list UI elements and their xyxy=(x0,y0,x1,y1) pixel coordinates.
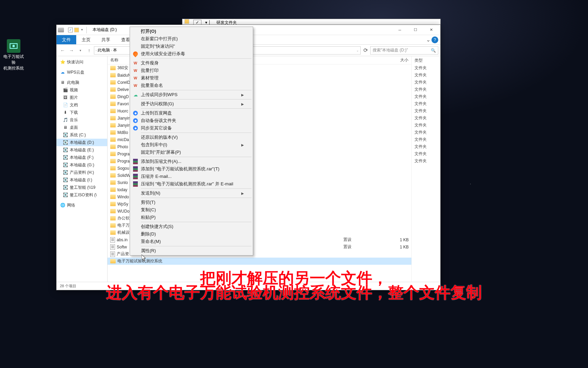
cloud-icon: ☁ xyxy=(60,70,65,75)
type-cell: 文件夹 xyxy=(412,79,440,86)
close-button[interactable]: ✕ xyxy=(423,25,439,35)
navigation-pane: ⭐快速访问 ☁WPS云盘 🖥此电脑 🎬视频 🖼图片 📄文档 ⬇下载 🎵音乐 🖥桌… xyxy=(56,56,108,282)
nav-network[interactable]: 🌐网络 xyxy=(56,201,107,209)
nav-this-pc[interactable]: 🖥此电脑 xyxy=(56,79,107,86)
rar-icon xyxy=(133,166,138,172)
menu-create-shortcut[interactable]: 创建快捷方式(S) xyxy=(131,223,252,230)
file-name: CorelD xyxy=(117,80,130,85)
menu-rar-named-email[interactable]: 压缩到 "电子万能试验机测控系统.rar" 并 E-mail xyxy=(131,180,252,188)
folder-row[interactable]: 电子万能试验机测控系统 xyxy=(108,258,411,265)
menu-send-to[interactable]: 发送到(N)▶ xyxy=(131,189,252,197)
nav-wps-cloud[interactable]: ☁WPS云盘 xyxy=(56,68,107,76)
menu-rar-add-named[interactable]: 添加到 "电子万能试验机测控系统.rar"(T) xyxy=(131,165,252,173)
address-dropdown-icon[interactable]: ⌄ xyxy=(356,49,359,52)
file-name: 电子万能试验机测控系统 xyxy=(117,258,162,264)
pictures-icon: 🖼 xyxy=(63,95,68,100)
shortcut-label: 电子万能试验 机测控系统 xyxy=(2,54,26,71)
menu-cut[interactable]: 剪切(T) xyxy=(131,199,252,206)
desktop-shortcut[interactable]: 电子万能试验 机测控系统 xyxy=(2,39,26,71)
minimize-button[interactable]: ─ xyxy=(392,25,408,35)
menu-pin-start[interactable]: 固定到"开始"屏幕(P) xyxy=(131,149,252,156)
menu-paste[interactable]: 粘贴(P) xyxy=(131,214,252,221)
menu-baidu-sync[interactable]: ◆同步至其它设备 xyxy=(131,124,252,132)
qat-checkbox-icon[interactable]: ✓ xyxy=(68,28,73,32)
nav-docs[interactable]: 📄文档 xyxy=(56,101,107,109)
up-button[interactable]: ↑ xyxy=(85,46,93,55)
docs-icon: 📄 xyxy=(63,102,68,108)
back-button[interactable]: ← xyxy=(59,46,67,55)
menu-open-new-window[interactable]: 在新窗口中打开(E) xyxy=(131,35,252,43)
menu-properties[interactable]: 属性(R) xyxy=(131,247,252,255)
menu-pin-quick-access[interactable]: 固定到"快速访问" xyxy=(131,43,252,50)
forward-button[interactable]: → xyxy=(67,46,76,55)
tab-file[interactable]: 文件 xyxy=(56,35,76,44)
refresh-button[interactable]: ⟳ xyxy=(361,46,370,55)
nav-pictures[interactable]: 🖼图片 xyxy=(56,94,107,101)
menu-wps-batch-print[interactable]: W批量打印 xyxy=(131,67,252,74)
nav-downloads[interactable]: ⬇下载 xyxy=(56,109,107,116)
file-name: MdBo xyxy=(117,130,128,135)
type-cell: 文件夹 xyxy=(412,86,440,93)
baidu-icon: ◆ xyxy=(133,118,138,123)
search-input[interactable]: 搜索"本地磁盘 (D:)" 🔍 xyxy=(370,46,438,55)
menu-include-library[interactable]: 包含到库中(I)▶ xyxy=(131,141,252,149)
menu-baidu-upload[interactable]: ◆上传到百度网盘 xyxy=(131,109,252,117)
menu-delete[interactable]: 删除(D) xyxy=(131,230,252,238)
drive-icon xyxy=(58,28,64,32)
menu-wps-assets[interactable]: W素材管理 xyxy=(131,74,252,82)
nav-drive-e[interactable]: 💽本地磁盘 (E:) xyxy=(56,146,107,154)
breadcrumb-seg[interactable]: 本 xyxy=(113,47,117,53)
maximize-button[interactable]: ☐ xyxy=(408,25,423,35)
cloud-icon: ☁ xyxy=(133,92,138,97)
nav-drive-g[interactable]: 💽本地磁盘 (G:) xyxy=(56,161,107,169)
tab-home[interactable]: 主页 xyxy=(76,35,96,44)
menu-rar-email[interactable]: 压缩并 E-mail... xyxy=(131,173,252,180)
breadcrumb-seg[interactable]: 此电脑 xyxy=(98,47,110,53)
folder-icon xyxy=(110,202,116,206)
menu-wps-batch-rename[interactable]: W批量重命名 xyxy=(131,82,252,89)
menu-grant-access[interactable]: 授予访问权限(G)▶ xyxy=(131,100,252,108)
type-cell: 文件夹 xyxy=(412,157,440,165)
folder-icon xyxy=(110,130,116,135)
nav-music[interactable]: 🎵音乐 xyxy=(56,116,107,124)
submenu-arrow-icon: ▶ xyxy=(241,191,244,195)
menu-copy[interactable]: 复制(C) xyxy=(131,206,252,214)
menu-wps-slim[interactable]: W文件瘦身 xyxy=(131,59,252,67)
qat-dropdown-icon[interactable]: ▼ xyxy=(80,28,84,32)
menu-wps-sync[interactable]: ☁上传或同步到WPS▶ xyxy=(131,91,252,98)
folder-icon xyxy=(110,73,116,77)
tab-share[interactable]: 共享 xyxy=(96,35,116,44)
nav-network-1[interactable]: 💽鳌工智能 (\\19 xyxy=(56,184,107,191)
file-name: abs.in xyxy=(117,237,128,242)
nav-network-2[interactable]: 💽鳌工ISO资料 (\ xyxy=(56,191,107,199)
file-icon xyxy=(110,237,115,243)
nav-desktop[interactable]: 🖥桌面 xyxy=(56,124,107,131)
col-type-header[interactable]: 类型 xyxy=(412,56,440,64)
menu-rename[interactable]: 重命名(M) xyxy=(131,238,252,245)
menu-rar-add[interactable]: 添加到压缩文件(A)... xyxy=(131,158,252,165)
menu-open[interactable]: 打开(O) xyxy=(131,28,252,35)
col-size[interactable]: 大小 xyxy=(384,57,411,63)
menu-baidu-backup[interactable]: ◆自动备份该文件夹 xyxy=(131,117,252,124)
nav-drive-f[interactable]: 💽本地磁盘 (F:) xyxy=(56,154,107,161)
menu-huorong-scan[interactable]: 使用火绒安全进行杀毒 xyxy=(131,50,252,58)
nav-drive-h[interactable]: 💽产品资料 (H:) xyxy=(56,169,107,176)
file-name: 电子万 xyxy=(117,223,130,228)
file-size: 1 KB xyxy=(384,245,411,249)
help-button[interactable]: ? xyxy=(431,36,438,43)
type-cell: 文件夹 xyxy=(412,143,440,150)
nav-quick-access[interactable]: ⭐快速访问 xyxy=(56,58,107,66)
nav-drive-c[interactable]: 💽系统 (C:) xyxy=(56,131,107,139)
nav-drive-d[interactable]: 💽本地磁盘 (D:) xyxy=(56,139,107,146)
pc-icon: 🖥 xyxy=(60,80,65,85)
menu-restore-versions[interactable]: 还原以前的版本(V) xyxy=(131,134,252,141)
qat-folder-icon[interactable] xyxy=(74,28,79,32)
ribbon-expand-icon[interactable]: ⌄ xyxy=(425,35,431,44)
type-cell: 文件夹 xyxy=(412,72,440,79)
video-icon: 🎬 xyxy=(63,87,68,93)
file-name: Progra xyxy=(117,159,130,164)
nav-drive-i[interactable]: 💽本地磁盘 (I:) xyxy=(56,176,107,184)
nav-video[interactable]: 🎬视频 xyxy=(56,86,107,94)
folder-icon xyxy=(110,223,116,228)
recent-dropdown-icon[interactable]: ▾ xyxy=(76,46,84,55)
